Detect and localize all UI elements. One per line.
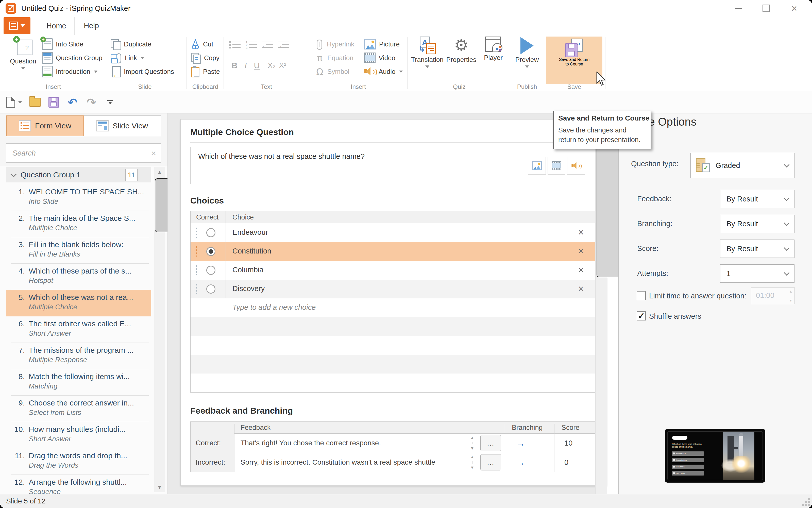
scrollbar-thumb[interactable]: [155, 179, 168, 232]
customize-toolbar-button[interactable]: [104, 97, 116, 108]
decrease-indent-icon[interactable]: ←: [262, 41, 273, 49]
list-item-8[interactable]: 8.Match the following items wi... Matchi…: [6, 369, 151, 395]
symbol-button[interactable]: Ω Symbol: [315, 66, 349, 78]
question-group-button[interactable]: Question Group: [42, 52, 102, 64]
question-group-header[interactable]: Question Group 1 11: [6, 167, 151, 182]
copy-button[interactable]: Copy: [191, 52, 219, 64]
increase-indent-icon[interactable]: →: [278, 41, 289, 49]
preview-button[interactable]: Preview: [514, 36, 541, 68]
correct-feedback-text[interactable]: That's right! You chose the correct resp…: [241, 439, 464, 447]
incorrect-score[interactable]: 0: [564, 458, 568, 467]
bullet-list-icon[interactable]: [229, 41, 241, 49]
drag-handle-icon[interactable]: [196, 227, 197, 238]
delete-choice-icon[interactable]: ×: [578, 246, 584, 257]
translation-button[interactable]: A↳ Translation: [410, 36, 444, 68]
add-video-button[interactable]: [548, 157, 565, 175]
more-options-button[interactable]: …: [480, 454, 501, 470]
feedback-dropdown[interactable]: By Result: [720, 190, 795, 208]
search-clear-icon[interactable]: ×: [151, 148, 156, 158]
undo-button[interactable]: ↶: [67, 97, 78, 108]
branching-dropdown[interactable]: By Result: [720, 215, 795, 233]
correct-score[interactable]: 10: [564, 439, 572, 447]
new-document-button[interactable]: [5, 97, 16, 108]
audio-button[interactable]: Audio: [365, 66, 403, 78]
delete-choice-icon[interactable]: ×: [578, 265, 584, 275]
question-button[interactable]: ≡ ? + Question: [7, 36, 39, 70]
sidebar-scrollbar[interactable]: ▲ ▼: [154, 167, 165, 492]
add-audio-button[interactable]: [567, 157, 585, 175]
italic-button[interactable]: I: [241, 61, 251, 70]
delete-choice-icon[interactable]: ×: [578, 227, 584, 238]
player-button[interactable]: Player: [479, 36, 508, 61]
feedback-spinner[interactable]: ▲▼: [468, 455, 476, 470]
maximize-button[interactable]: [753, 0, 780, 17]
choice-row-discovery[interactable]: Discovery ×: [190, 280, 597, 299]
tab-home[interactable]: Home: [38, 17, 75, 35]
import-questions-button[interactable]: → Import Questions: [111, 66, 174, 78]
drag-handle-icon[interactable]: [196, 246, 197, 257]
scroll-down-icon[interactable]: ▼: [154, 482, 165, 492]
bold-button[interactable]: B: [229, 61, 240, 70]
more-options-button[interactable]: …: [480, 435, 501, 451]
list-item-1[interactable]: 1.WELCOME TO THE SPACE SH... Info Slide: [6, 184, 151, 211]
scroll-up-icon[interactable]: ▲: [154, 167, 165, 177]
redo-button[interactable]: ↷: [86, 97, 97, 108]
correct-radio-selected[interactable]: [206, 247, 215, 256]
duplicate-button[interactable]: Duplicate: [111, 38, 151, 50]
list-item-6[interactable]: 6.The first orbiter was called E... Shor…: [6, 316, 151, 343]
limit-time-checkbox[interactable]: [637, 291, 646, 300]
delete-choice-icon[interactable]: ×: [578, 284, 584, 294]
correct-radio[interactable]: [206, 285, 215, 294]
list-item-7[interactable]: 7.The missions of the program ... Multip…: [6, 343, 151, 369]
list-item-2[interactable]: 2.The main idea of the Space S... Multip…: [6, 211, 151, 237]
question-type-dropdown[interactable]: ✓ Graded: [690, 153, 795, 178]
tab-help[interactable]: Help: [76, 17, 106, 35]
collapse-chevron-icon[interactable]: [10, 171, 16, 177]
numbered-list-icon[interactable]: 123: [246, 41, 257, 49]
search-input[interactable]: [12, 149, 151, 158]
slide-thumbnail-preview[interactable]: Which of these was not a real space shut…: [665, 429, 765, 482]
info-slide-button[interactable]: + Info Slide: [42, 38, 83, 50]
save-button[interactable]: [48, 97, 59, 108]
list-item-4[interactable]: 4.Which of these parts of the s... Hotsp…: [6, 264, 151, 290]
choice-row-columbia[interactable]: Columbia ×: [190, 261, 597, 280]
list-item-12[interactable]: 12.Arrange the following shuttl... Seque…: [6, 475, 151, 494]
close-button[interactable]: ×: [780, 0, 808, 17]
cut-button[interactable]: Cut: [191, 38, 213, 50]
link-button[interactable]: Link: [111, 52, 144, 64]
minimize-button[interactable]: [724, 0, 753, 17]
introduction-button[interactable]: Introduction: [42, 66, 97, 78]
list-item-9[interactable]: 9.Choose the correct answer in... Select…: [6, 395, 151, 422]
equation-button[interactable]: π Equation: [315, 52, 353, 64]
open-button[interactable]: [30, 97, 41, 108]
properties-button[interactable]: ⚙ Properties: [445, 36, 477, 64]
video-button[interactable]: Video: [365, 52, 395, 64]
list-item-3[interactable]: 3.Fill in the blank fields below: Fill i…: [6, 237, 151, 264]
hyperlink-button[interactable]: Hyperlink: [315, 38, 354, 50]
resize-grip[interactable]: [801, 497, 810, 506]
picture-button[interactable]: Picture: [365, 38, 400, 50]
correct-radio[interactable]: [206, 228, 215, 237]
branching-arrow-icon[interactable]: →: [516, 457, 525, 468]
superscript-button[interactable]: X²: [277, 61, 288, 70]
incorrect-feedback-text[interactable]: Sorry, this is incorrect. Constitution w…: [241, 458, 464, 466]
list-item-11[interactable]: 11.Drag the words and drop th... Drag th…: [6, 449, 151, 475]
time-spinner[interactable]: ▲▼: [789, 289, 793, 302]
drag-handle-icon[interactable]: [196, 265, 197, 275]
feedback-spinner[interactable]: ▲▼: [468, 435, 476, 451]
form-view-tab[interactable]: Form View: [6, 116, 84, 136]
question-text-field[interactable]: Which of these was not a real space shut…: [190, 147, 598, 184]
subscript-button[interactable]: X₂: [266, 61, 276, 70]
time-limit-field[interactable]: 01:00 ▲▼: [751, 288, 795, 304]
attempts-dropdown[interactable]: 1: [720, 264, 795, 283]
slide-view-tab[interactable]: Slide View: [84, 116, 161, 136]
list-item-5-selected[interactable]: 5.Which of these was not a rea... Multip…: [6, 290, 151, 316]
shuffle-answers-checkbox[interactable]: [637, 311, 646, 321]
drag-handle-icon[interactable]: [196, 284, 197, 294]
save-and-return-button[interactable]: → Save and Return to Course: [546, 37, 602, 84]
branching-arrow-icon[interactable]: →: [516, 438, 525, 449]
main-scrollbar[interactable]: [595, 114, 607, 494]
paste-button[interactable]: Paste: [191, 66, 220, 78]
underline-button[interactable]: U: [252, 61, 262, 70]
correct-radio[interactable]: [206, 266, 215, 275]
